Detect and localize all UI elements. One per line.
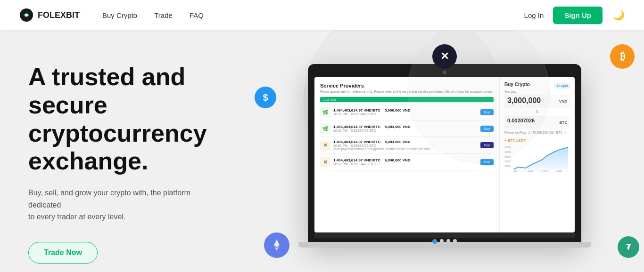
hero-left: A trusted and secure cryptocurrency exch… (0, 30, 245, 272)
hero-section: A trusted and secure cryptocurrency exch… (0, 30, 644, 272)
table-row: ✕ 1,494,403,614.97 VND/BTC 6,000,000 VND… (320, 154, 494, 170)
svg-text:43000: 43000 (504, 151, 511, 153)
nav-buy-crypto[interactable]: Buy Crypto (102, 11, 137, 19)
laptop-camera (443, 71, 446, 74)
row-data: 1,494,403,614.97 VND/BTC 5,000,000 VND 1… (333, 108, 478, 116)
chart-title: ● BTCUSDT (504, 138, 570, 143)
pagination (432, 239, 457, 244)
laptop-base-top (314, 232, 575, 238)
provider-icon: 🌿 (320, 107, 330, 117)
buy-crypto-title: Buy Crypto (504, 82, 530, 87)
time-tag: Just now (320, 97, 494, 102)
hero-subtitle: Buy, sell, and grow your crypto with, th… (28, 187, 207, 223)
table-row: 🌿 1,494,403,614.97 VND/BTC 5,083,000 VND… (320, 120, 494, 137)
pagination-dot-4[interactable] (453, 239, 457, 243)
nav-trade[interactable]: Trade (154, 11, 173, 19)
laptop-screen: Service Providers Prices quoted are for … (314, 77, 575, 232)
buy-button-row3[interactable]: Buy (480, 142, 494, 148)
input-label: You pay (504, 90, 570, 93)
signup-button[interactable]: Sign Up (553, 7, 603, 24)
xrp-float-icon: ✕ (432, 44, 457, 69)
svg-text:9:00: 9:00 (513, 170, 517, 172)
buy-sub-amount: 0.00207026 (507, 118, 535, 123)
provider-icon-x: ✕ (320, 157, 330, 167)
svg-text:14:00: 14:00 (542, 170, 548, 172)
svg-text:45000: 45000 (504, 146, 511, 149)
brand-name: FOLEXBIT (38, 10, 80, 20)
buy-currency: VND (559, 99, 567, 104)
svg-marker-2 (274, 240, 280, 247)
row-data: 1,494,403,614.97 VND/BTC 5,083,000 VND 1… (333, 125, 478, 132)
login-button[interactable]: Log In (524, 11, 544, 19)
ref-price: Reference Price: 1,448,990,536.696 / BTC… (504, 131, 570, 135)
dark-mode-toggle[interactable]: 🌙 (612, 8, 625, 22)
dollar-float-icon: $ (255, 87, 276, 108)
laptop-mockup: Service Providers Prices quoted are for … (308, 64, 581, 248)
tether-float-icon: ₮ (618, 236, 639, 258)
row-data: 1,494,403,614.97 VND/BTC 5,083,000 VND 1… (333, 140, 478, 151)
svg-text:41000: 41000 (504, 155, 511, 158)
svg-text:16:00: 16:00 (556, 170, 562, 172)
logo-icon (19, 8, 34, 23)
svg-text:12:00: 12:00 (528, 170, 534, 172)
buy-button-row4[interactable]: Buy (480, 159, 494, 165)
service-providers-panel: Service Providers Prices quoted are for … (314, 77, 499, 232)
date-tag: 18 April (554, 83, 570, 88)
pagination-dot-3[interactable] (446, 239, 450, 243)
table-row: 🌿 1,494,403,614.97 VND/BTC 5,000,000 VND… (320, 104, 494, 120)
bitcoin-float-icon: ₿ (610, 44, 635, 69)
service-providers-subtitle: Prices quoted are for reference only. Pl… (320, 90, 494, 93)
laptop-body: Service Providers Prices quoted are for … (308, 64, 581, 242)
buy-button-row1[interactable]: Buy (480, 109, 494, 115)
svg-point-1 (25, 14, 28, 16)
nav-links: Buy Crypto Trade FAQ (102, 11, 524, 19)
row-data: 1,494,403,614.97 VND/BTC 6,000,000 VND 1… (333, 158, 478, 166)
nav-faq[interactable]: FAQ (190, 11, 204, 19)
ethereum-float-icon (264, 232, 289, 258)
service-providers-title: Service Providers (320, 83, 494, 88)
btc-chart: 45000 43000 41000 39000 37000 9:00 (504, 144, 570, 173)
provider-icon-x: ✕ (320, 140, 330, 151)
buy-sub-currency: BTC (560, 120, 567, 125)
table-row: ✕ 1,494,403,614.97 VND/BTC 5,083,000 VND… (320, 137, 494, 154)
brand-logo[interactable]: FOLEXBIT (19, 8, 80, 23)
trade-now-button[interactable]: Trade Now (28, 242, 98, 264)
provider-icon: 🌿 (320, 123, 330, 134)
svg-text:37000: 37000 (504, 165, 511, 168)
hero-title: A trusted and secure cryptocurrency exch… (28, 63, 245, 176)
buy-crypto-panel: Buy Crypto 18 April You pay 3,000,000 VN… (499, 77, 575, 232)
navbar: FOLEXBIT Buy Crypto Trade FAQ Log In Sig… (0, 0, 644, 30)
buy-amount: 3,000,000 (507, 96, 541, 105)
buy-button-row2[interactable]: Buy (480, 126, 494, 132)
separator: ⇅ (504, 110, 570, 114)
chart-area: ● BTCUSDT 45000 43000 (504, 138, 570, 174)
pagination-dot-2[interactable] (440, 239, 444, 243)
pagination-dot-1[interactable] (432, 239, 437, 244)
nav-actions: Log In Sign Up 🌙 (524, 7, 625, 24)
svg-text:39000: 39000 (504, 160, 511, 163)
hero-right: ✕ $ ₿ ₮ Service Providers Prices quoted … (245, 30, 644, 272)
